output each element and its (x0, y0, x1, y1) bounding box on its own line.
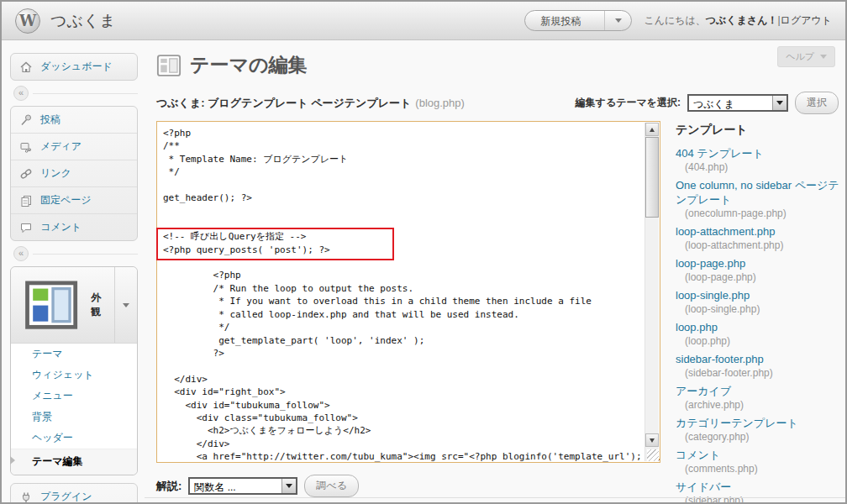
template-link[interactable]: loop.php (676, 320, 840, 334)
theme-select-value: つぶくま (689, 96, 772, 110)
template-link[interactable]: One column, no sidebar ページテンプレート (676, 178, 840, 207)
template-item: 404 テンプレート (404.php) (676, 146, 840, 174)
topbar-right: 新規投稿 こんにちは、つぶくまさん！|ログアウト (524, 10, 832, 31)
sidebar-item-appearance[interactable]: 外観 (11, 267, 137, 344)
template-item: sidebar-footer.php (sidebar-footer.php) (676, 352, 840, 380)
help-button[interactable]: ヘルプ (777, 46, 835, 67)
sidebar-item-label: プラグイン (40, 490, 92, 504)
template-filename: (loop-attachment.php) (676, 239, 840, 252)
admin-sidebar: ダッシュボード « 投稿 メディア リンク 固定ページ (2, 41, 145, 502)
collapse-menu-icon[interactable]: « (13, 86, 29, 101)
template-filename: (loop-page.php) (676, 271, 840, 284)
pages-icon (19, 194, 33, 207)
link-icon (19, 167, 33, 181)
current-user-link[interactable]: つぶくまさん！ (706, 14, 778, 26)
sidebar-item-links[interactable]: リンク (11, 160, 137, 186)
logout-link[interactable]: ログアウト (781, 14, 832, 26)
scroll-up-icon[interactable] (645, 123, 659, 136)
sidebar-item-background[interactable]: 背景 (11, 407, 137, 428)
chevron-down-icon (286, 484, 292, 488)
title-row: テーマの編集 (145, 41, 845, 78)
content-menu-box: 投稿 メディア リンク 固定ページ コメント (10, 106, 138, 241)
tools-menu-box: プラグイン ユーザー ツール 設定 (10, 483, 138, 504)
chevron-down-icon (820, 55, 827, 59)
appearance-editor-icon (156, 53, 182, 78)
sidebar-item-label: 外観 (91, 291, 106, 319)
template-filename: (sidebar.php) (676, 495, 840, 504)
docs-function-select[interactable]: 関数名 ... (188, 477, 297, 495)
sidebar-item-posts[interactable]: 投稿 (11, 107, 137, 133)
greeting-prefix: こんにちは、 (644, 14, 705, 26)
scroll-down-icon[interactable] (645, 433, 659, 447)
sidebar-item-theme-editor-current[interactable]: テーマ編集 (11, 449, 137, 475)
media-icon (19, 140, 33, 154)
template-link[interactable]: 404 テンプレート (676, 146, 840, 160)
code-editor-frame: <?php /** * Template Name: ブログテンプレート */ … (156, 121, 660, 463)
divider (33, 93, 138, 94)
new-post-label: 新規投稿 (525, 11, 604, 30)
home-icon (19, 60, 33, 74)
footer-divider (145, 497, 845, 498)
template-item: アーカイブ (archive.php) (676, 384, 840, 412)
select-dropdown-icon[interactable] (772, 96, 786, 110)
comment-icon (19, 221, 33, 234)
template-filename: (404.php) (676, 161, 840, 174)
spacer (10, 475, 138, 483)
sidebar-item-themes[interactable]: テーマ (11, 344, 137, 365)
template-link[interactable]: loop-attachment.php (676, 224, 840, 239)
template-filename: (loop.php) (676, 335, 840, 348)
chevron-down-icon (776, 101, 783, 105)
chevron-down-icon (123, 303, 129, 307)
template-item: loop-attachment.php (loop-attachment.php… (676, 224, 840, 252)
template-filename: (comments.php) (676, 463, 840, 475)
sidebar-item-comments[interactable]: コメント (11, 213, 137, 240)
template-filename: (archive.php) (676, 399, 840, 412)
admin-topbar: W つぶくま 新規投稿 こんにちは、つぶくまさん！|ログアウト (2, 2, 845, 40)
select-dropdown-icon[interactable] (281, 479, 296, 493)
sidebar-item-menus[interactable]: メニュー (11, 386, 137, 407)
sidebar-item-widgets[interactable]: ウィジェット (11, 365, 137, 386)
sidebar-item-plugins[interactable]: プラグイン (11, 484, 137, 504)
sidebar-item-media[interactable]: メディア (11, 133, 137, 160)
template-filename: (loop-single.php) (676, 303, 840, 316)
scrollbar-thumb[interactable] (645, 137, 659, 218)
template-item: loop.php (loop.php) (676, 320, 840, 348)
sidebar-item-pages[interactable]: 固定ページ (11, 186, 137, 213)
theme-select-label: 編集するテーマを選択: (576, 96, 681, 110)
collapse-row: « (13, 246, 138, 261)
template-link[interactable]: sidebar-footer.php (676, 352, 840, 366)
sidebar-item-dashboard[interactable]: ダッシュボード (11, 54, 137, 80)
wordpress-logo-icon[interactable]: W (15, 8, 40, 34)
theme-select-button[interactable]: 選択 (795, 92, 839, 114)
editor-scrollbar[interactable] (644, 123, 659, 461)
theme-select[interactable]: つぶくま (687, 94, 788, 112)
sidebar-item-header[interactable]: ヘッダー (11, 428, 137, 449)
sidebar-item-label: メディア (40, 139, 82, 154)
collapse-menu-icon[interactable]: « (13, 246, 29, 261)
new-post-button[interactable]: 新規投稿 (524, 10, 632, 31)
appearance-menu-box: 外観 テーマ ウィジェット メニュー 背景 ヘッダー テーマ編集 (10, 266, 138, 475)
content-body: <?php /** * Template Name: ブログテンプレート */ … (156, 121, 845, 504)
new-post-dropdown[interactable] (604, 11, 631, 30)
template-link[interactable]: カテゴリーテンプレート (676, 416, 840, 430)
page-title: テーマの編集 (190, 52, 308, 78)
site-title-link[interactable]: つぶくま (50, 10, 116, 32)
pin-icon (19, 113, 33, 127)
docs-select-value: 関数名 ... (190, 479, 281, 493)
editor-column: <?php /** * Template Name: ブログテンプレート */ … (156, 121, 660, 504)
template-link[interactable]: サイドバー (676, 480, 840, 494)
sidebar-item-label: コメント (40, 220, 82, 234)
template-filename: (onecolumn-page.php) (676, 207, 840, 220)
sidebar-item-label: 固定ページ (40, 193, 92, 207)
appearance-toggle[interactable] (114, 267, 137, 343)
template-link[interactable]: アーカイブ (676, 384, 840, 398)
code-editor[interactable]: <?php /** * Template Name: ブログテンプレート */ … (157, 122, 660, 462)
template-link[interactable]: loop-single.php (676, 288, 840, 302)
docs-lookup-button[interactable]: 調べる (304, 475, 359, 497)
template-link[interactable]: loop-page.php (676, 256, 840, 270)
templates-column: テンプレート 404 テンプレート (404.php) One column, … (660, 121, 845, 504)
edited-file-name: (blog.php) (415, 97, 465, 109)
template-link[interactable]: コメント (676, 448, 840, 462)
resize-grip[interactable] (647, 449, 659, 461)
theme-select-row: 編集するテーマを選択: つぶくま 選択 (576, 92, 839, 114)
